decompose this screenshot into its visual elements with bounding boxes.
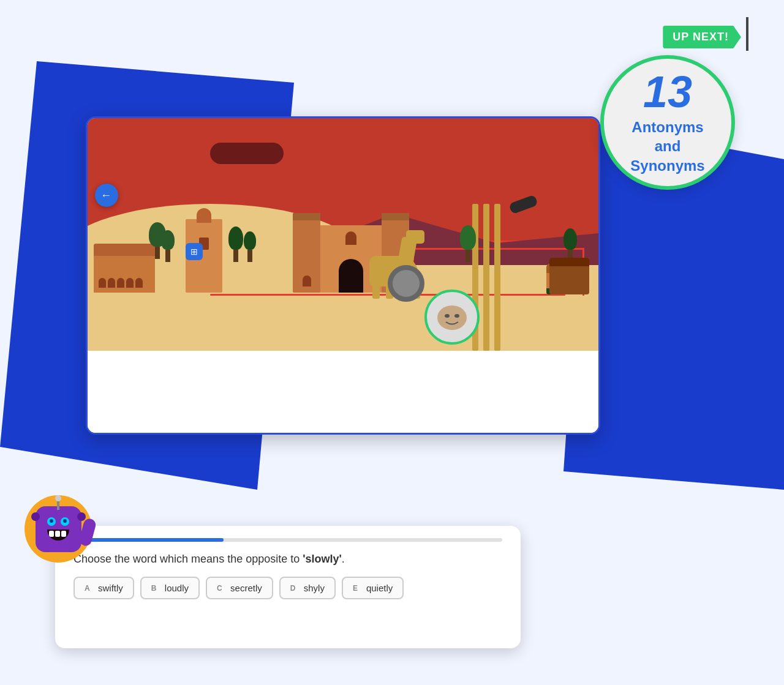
question-suffix: . (342, 553, 345, 565)
mascot-character (18, 477, 98, 563)
option-letter: C (217, 584, 225, 593)
arch (108, 278, 115, 288)
tower-top-strip-r (382, 213, 409, 220)
answer-option-a[interactable]: A swiftly (74, 577, 134, 599)
lesson-title-line3: Synonyms (630, 157, 704, 174)
option-letter: D (290, 584, 299, 593)
tree-far-right (564, 228, 577, 262)
antenna-stick (57, 501, 59, 510)
option-letter: B (151, 584, 160, 593)
mascot-eyes (47, 517, 69, 526)
tree-mid-1 (228, 226, 243, 262)
svg-point-1 (445, 314, 450, 318)
window-control-button[interactable]: ⊞ (186, 243, 203, 260)
mascot-antenna (55, 495, 61, 510)
tower-top-strip (293, 213, 320, 220)
tower-cap (197, 208, 211, 223)
scene-illustration (88, 118, 598, 351)
upnext-banner: UP NEXT! (663, 26, 741, 48)
tooth (49, 531, 54, 537)
option-text: shyly (304, 583, 325, 593)
mascot-eye-left (47, 517, 56, 526)
lesson-title-line2: and (655, 138, 681, 154)
option-text: loudly (165, 583, 189, 593)
answer-option-d[interactable]: D shyly (279, 577, 336, 599)
tree-right-area (460, 225, 476, 262)
back-button[interactable]: ← (95, 184, 118, 207)
question-word: 'slowly' (303, 553, 342, 565)
tooth (55, 531, 60, 537)
lesson-number-circle: 13 Antonyms and Synonyms (600, 55, 735, 190)
option-letter: E (353, 584, 361, 593)
antenna-ball (55, 495, 61, 501)
building-top-strip (94, 244, 155, 256)
back-arrow-icon: ← (100, 189, 111, 202)
tooth (61, 531, 66, 537)
arch-row (96, 275, 145, 290)
lesson-number: 13 (643, 70, 692, 114)
player-avatar-game (424, 290, 480, 345)
avatar-inner (434, 299, 470, 335)
building-roof-r (549, 258, 589, 266)
mascot-teeth (49, 531, 66, 537)
right-building (549, 258, 589, 294)
quiz-panel: Choose the word which means the opposite… (55, 526, 521, 648)
horse-head (406, 230, 424, 244)
main-scene: UP NEXT! 13 Antonyms and Synonyms ⊞ (0, 0, 784, 685)
option-text: swiftly (98, 583, 123, 593)
dark-cloud (210, 143, 284, 164)
tower-window-l (303, 275, 311, 286)
colosseum-building (94, 244, 155, 293)
question-text: Choose the word which means the opposite… (74, 553, 502, 566)
tree-left-2 (161, 230, 175, 262)
gate-tower-left (293, 213, 320, 293)
mascot-mouth (47, 530, 69, 541)
mascot-eye-right (61, 517, 69, 526)
mascot-arm-right (78, 517, 97, 547)
mascot-ear-right (77, 512, 86, 521)
progress-bar-container (74, 538, 502, 542)
horse-leg (372, 282, 380, 299)
arch (126, 278, 134, 288)
flag-pole (746, 17, 748, 51)
game-window: ⊞ (86, 116, 600, 435)
mascot-body (36, 506, 81, 552)
arch (99, 278, 106, 288)
question-prefix: Choose the word which means the opposite… (74, 553, 303, 565)
svg-point-2 (454, 314, 459, 318)
answer-option-b[interactable]: B loudly (140, 577, 200, 599)
gate-center-window (345, 231, 356, 245)
arch (117, 278, 124, 288)
pole (494, 204, 500, 351)
mascot-ear-left (31, 512, 40, 521)
pole (483, 204, 489, 351)
mascot-circle (24, 495, 92, 563)
svg-point-0 (437, 305, 467, 330)
window-control-icon: ⊞ (190, 247, 198, 256)
lesson-title: Antonyms and Synonyms (630, 118, 704, 175)
answer-option-c[interactable]: C secretly (206, 577, 273, 599)
gear-wheel (388, 265, 424, 302)
option-text: quietly (366, 583, 393, 593)
option-text: secretly (230, 583, 262, 593)
avatar-face-svg (434, 301, 470, 334)
answer-option-e[interactable]: E quietly (342, 577, 404, 599)
arch (135, 278, 143, 288)
answer-options: A swiftly B loudly C secretly D shyly E … (74, 577, 502, 599)
lesson-title-line1: Antonyms (631, 119, 703, 135)
option-letter: A (85, 584, 93, 593)
game-bottom-area (88, 351, 598, 435)
tree-mid-2 (244, 231, 256, 262)
